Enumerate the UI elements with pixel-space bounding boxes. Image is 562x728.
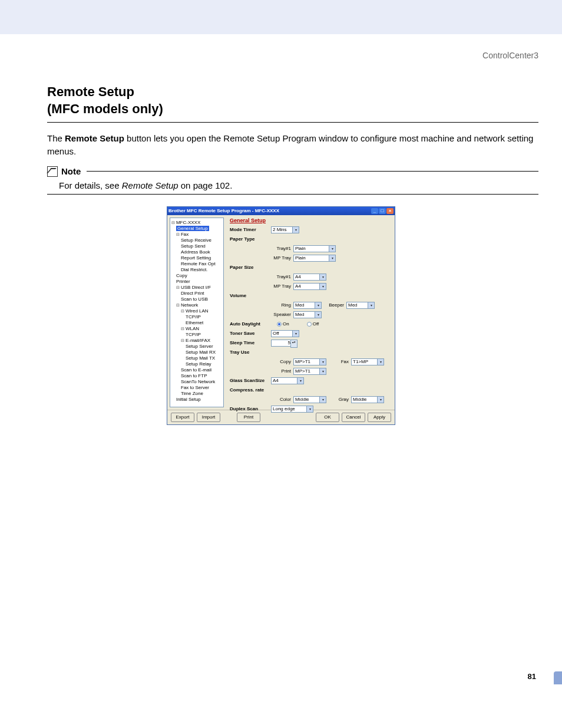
- note-rule: [87, 171, 538, 172]
- sel-ps-mp[interactable]: A4: [293, 283, 326, 290]
- sel-ps-tray1[interactable]: A4: [293, 274, 326, 281]
- top-band: [0, 0, 562, 34]
- sel-tu-fax[interactable]: T1>MP: [351, 358, 384, 365]
- lbl-mode-timer: Mode Timer: [230, 227, 271, 232]
- lbl-gray: Gray: [331, 397, 349, 402]
- sel-mode-timer[interactable]: 2 Mins: [271, 226, 299, 233]
- note-end-rule: [47, 194, 538, 195]
- tree-item[interactable]: Initial Setup: [171, 397, 222, 403]
- export-button[interactable]: Export: [171, 413, 194, 422]
- tree-selected[interactable]: General Setup: [171, 226, 222, 232]
- header-right: ControlCenter3: [24, 34, 538, 66]
- sel-ring[interactable]: Med: [293, 302, 322, 309]
- lbl-paper-size: Paper Size: [230, 265, 271, 270]
- import-button[interactable]: Import: [197, 413, 220, 422]
- settings-tree[interactable]: MFC-XXXX General Setup FaxSetup ReceiveS…: [170, 218, 224, 407]
- tree-item[interactable]: Scan to FTP: [171, 373, 222, 379]
- tree-item[interactable]: Network: [171, 302, 222, 308]
- lbl-duplex-scan: Duplex Scan: [230, 406, 271, 411]
- lbl-tu-print: Print: [271, 368, 291, 374]
- tree-item[interactable]: Address Book: [171, 249, 222, 255]
- tree-item[interactable]: Setup Relay: [171, 361, 222, 367]
- minimize-button[interactable]: _: [371, 208, 378, 214]
- remote-setup-window: Brother MFC Remote Setup Program - MFC-X…: [167, 206, 395, 425]
- tree-item[interactable]: Setup Receive: [171, 238, 222, 243]
- sel-gray[interactable]: Middle: [351, 396, 384, 403]
- radio-daylight-off[interactable]: [307, 322, 312, 327]
- tree-item[interactable]: Ethernet: [171, 320, 222, 326]
- print-button[interactable]: Print: [237, 413, 260, 422]
- tree-item[interactable]: Direct Print: [171, 291, 222, 297]
- lbl-off: Off: [313, 321, 319, 327]
- intro-paragraph: The Remote Setup button lets you open th…: [47, 132, 538, 158]
- titlebar[interactable]: Brother MFC Remote Setup Program - MFC-X…: [167, 207, 395, 215]
- sel-duplex[interactable]: Long edge: [271, 406, 313, 413]
- cancel-button[interactable]: Cancel: [342, 413, 365, 422]
- spin-sleep-time[interactable]: 5: [271, 340, 292, 347]
- tree-item[interactable]: Printer: [171, 279, 222, 285]
- sel-toner-save[interactable]: Off: [271, 330, 299, 337]
- apply-button[interactable]: Apply: [368, 413, 391, 422]
- tree-item[interactable]: Remote Fax Opt: [171, 261, 222, 267]
- tree-item[interactable]: Dial Restrict.: [171, 267, 222, 273]
- lbl-sleep-time: Sleep Time: [230, 340, 271, 345]
- lbl-tu-copy: Copy: [271, 359, 291, 364]
- lbl-tray-use: Tray Use: [230, 350, 271, 355]
- tree-item[interactable]: Fax to Server: [171, 385, 222, 391]
- tree-item[interactable]: TCP/IP: [171, 314, 222, 320]
- tree-item[interactable]: Scan to E-mail: [171, 367, 222, 373]
- lbl-pt-mp: MP Tray: [271, 255, 291, 261]
- tree-item[interactable]: ScanTo Network: [171, 379, 222, 385]
- sel-beeper[interactable]: Med: [346, 302, 375, 309]
- lbl-paper-type: Paper Type: [230, 236, 271, 242]
- lbl-on: On: [283, 321, 289, 327]
- tree-item[interactable]: Fax: [171, 232, 222, 238]
- tree-item[interactable]: Setup Server: [171, 344, 222, 350]
- titlebar-title: Brother MFC Remote Setup Program - MFC-X…: [168, 208, 279, 213]
- note-label: Note: [61, 166, 81, 176]
- tree-root[interactable]: MFC-XXXX: [171, 220, 222, 226]
- corner-tab: [554, 671, 562, 684]
- tree-item[interactable]: Copy: [171, 273, 222, 279]
- tree-item[interactable]: USB Direct I/F: [171, 285, 222, 291]
- tree-item[interactable]: E-mail/IFAX: [171, 338, 222, 344]
- maximize-button[interactable]: □: [379, 208, 386, 214]
- lbl-volume: Volume: [230, 293, 271, 298]
- form-title: General Setup: [230, 218, 391, 223]
- tree-item[interactable]: Report Setting: [171, 255, 222, 261]
- close-button[interactable]: ×: [386, 208, 394, 214]
- lbl-pt-tray1: Tray#1: [271, 246, 291, 251]
- sel-tu-copy[interactable]: MP>T1: [293, 358, 326, 365]
- lbl-ps-mp: MP Tray: [271, 284, 291, 289]
- sel-color[interactable]: Middle: [293, 396, 326, 403]
- tree-item[interactable]: Time Zone: [171, 391, 222, 397]
- sel-tu-print[interactable]: MP>T1: [293, 368, 326, 375]
- ok-button[interactable]: OK: [316, 413, 339, 422]
- page-number: 81: [528, 672, 536, 681]
- radio-daylight-on[interactable]: [277, 322, 282, 327]
- lbl-compress-rate: Compress. rate: [230, 387, 271, 393]
- sel-pt-tray1[interactable]: Plain: [293, 245, 336, 252]
- note-header: Note: [47, 166, 538, 177]
- tree-item[interactable]: Wired LAN: [171, 308, 222, 314]
- section-title: Remote Setup (MFC models only): [47, 84, 538, 117]
- sel-speaker[interactable]: Med: [293, 311, 322, 318]
- tree-item[interactable]: Setup Send: [171, 243, 222, 249]
- lbl-tu-fax: Fax: [331, 359, 349, 364]
- sel-glass[interactable]: A4: [271, 377, 304, 384]
- lbl-ring: Ring: [271, 302, 291, 308]
- tree-item[interactable]: Scan to USB: [171, 297, 222, 302]
- sel-pt-mp[interactable]: Plain: [293, 255, 336, 262]
- tree-item[interactable]: Setup Mail RX: [171, 350, 222, 355]
- tree-item[interactable]: WLAN: [171, 326, 222, 332]
- lbl-beeper: Beeper: [326, 302, 344, 308]
- lbl-glass-scansize: Glass ScanSize: [230, 378, 271, 383]
- title-line-2: (MFC models only): [47, 101, 163, 116]
- lbl-auto-daylight: Auto Daylight: [230, 321, 271, 327]
- tree-item[interactable]: TCP/IP: [171, 332, 222, 338]
- title-rule: [47, 122, 538, 123]
- tree-item[interactable]: Setup Mail TX: [171, 355, 222, 361]
- lbl-toner-save: Toner Save: [230, 331, 271, 336]
- title-line-1: Remote Setup: [47, 84, 134, 99]
- lbl-ps-tray1: Tray#1: [271, 274, 291, 279]
